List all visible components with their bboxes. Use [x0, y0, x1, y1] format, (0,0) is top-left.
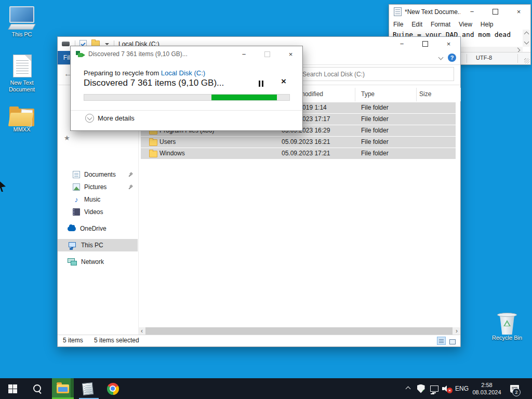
documents-icon — [73, 171, 80, 178]
menu-help[interactable]: Help — [476, 21, 498, 28]
column-header-type[interactable]: Type — [361, 88, 375, 100]
pin-icon — [128, 185, 132, 190]
search-box[interactable] — [298, 67, 454, 81]
volume-muted-icon: × — [442, 384, 451, 393]
taskbar-search-button[interactable] — [27, 378, 48, 399]
source-location-link[interactable]: Local Disk (C:) — [161, 69, 205, 77]
details-view-button[interactable] — [437, 337, 446, 345]
more-details-link[interactable]: More details — [98, 114, 135, 122]
desktop-icon-new-text-document[interactable]: New Text Document — [2, 55, 42, 93]
desktop-icon-recycle-bin[interactable]: Recycle Bin — [487, 312, 527, 341]
file-explorer-icon — [57, 384, 69, 393]
help-icon[interactable]: ? — [448, 54, 456, 62]
tray-network-button[interactable] — [428, 378, 441, 399]
file-type: File folder — [361, 148, 389, 159]
menu-file[interactable]: File — [389, 21, 407, 28]
chevron-up-icon — [405, 386, 410, 391]
table-row[interactable]: Users 05.09.2023 16:21 File folder — [141, 137, 456, 148]
desktop-icon-this-pc[interactable]: This PC — [2, 6, 42, 38]
network-icon — [68, 258, 75, 263]
maximize-button[interactable] — [414, 37, 437, 51]
scrollbar-thumb[interactable] — [145, 327, 453, 335]
desktop-icon-label: New Text Document — [2, 79, 42, 93]
tray-date: 08.03.2024 — [472, 389, 501, 396]
items-count: 5 items — [63, 335, 83, 346]
desktop-icon-mmxx[interactable]: MMXX — [2, 107, 42, 133]
pictures-icon — [73, 183, 80, 191]
start-button[interactable] — [2, 378, 23, 399]
tray-security-button[interactable] — [415, 378, 427, 399]
notification-badge: 2 — [512, 388, 521, 396]
search-input[interactable] — [298, 68, 454, 81]
cancel-icon[interactable]: × — [281, 76, 286, 87]
language-indicator[interactable]: ENG — [453, 378, 471, 399]
desktop: This PC New Text Document MMXX Recycle B… — [0, 0, 532, 399]
windows-logo-icon — [8, 384, 17, 393]
close-button[interactable]: × — [279, 46, 302, 62]
thumbnails-view-button[interactable] — [447, 337, 456, 345]
file-name: Users — [159, 137, 176, 148]
taskbar-notepad-button[interactable] — [77, 378, 99, 399]
table-row[interactable]: Windows 05.09.2023 17:21 File folder — [141, 148, 456, 159]
quick-access-toolbar-dropdown-icon[interactable] — [105, 43, 109, 45]
column-separator[interactable] — [355, 88, 355, 101]
taskbar: × ENG 2:58 08.03.2024 2 — [0, 378, 532, 399]
tray-volume-button[interactable]: × — [441, 378, 453, 399]
notepad-title-bar[interactable]: *New Text Docume... − × — [389, 5, 530, 19]
minimize-button[interactable]: − — [460, 5, 484, 19]
scroll-up-icon[interactable] — [524, 32, 529, 37]
column-separator[interactable] — [416, 88, 417, 101]
scroll-right-icon[interactable]: › — [453, 327, 460, 335]
maximize-button[interactable] — [484, 5, 507, 19]
sidebar-item-pictures[interactable]: Pictures — [58, 181, 138, 193]
sidebar-item-onedrive[interactable]: OneDrive — [58, 222, 138, 235]
scroll-left-icon[interactable]: ‹ — [138, 327, 145, 335]
file-type: File folder — [361, 125, 389, 136]
action-center-button[interactable]: 2 — [505, 378, 524, 399]
minimize-button[interactable]: − — [390, 37, 414, 51]
taskbar-clock[interactable]: 2:58 08.03.2024 — [471, 378, 503, 399]
drive-icon — [62, 42, 70, 46]
star-icon: ★ — [64, 135, 71, 142]
file-date: 05.09.2023 17:21 — [282, 148, 330, 159]
horizontal-scrollbar[interactable]: ‹ › — [138, 327, 460, 335]
column-header-size[interactable]: Size — [419, 88, 431, 100]
close-button[interactable]: × — [437, 37, 460, 51]
column-separator[interactable] — [460, 88, 461, 101]
sidebar-item-quick-access[interactable]: ★ — [58, 132, 138, 145]
dialog-title: Discovered 7 361 items (9,10 GB)... — [88, 50, 232, 58]
close-button[interactable]: × — [507, 5, 530, 19]
pause-button[interactable] — [258, 81, 265, 87]
menu-view[interactable]: View — [455, 21, 476, 28]
file-name: Windows — [159, 148, 185, 159]
file-date: 05.09.2023 16:21 — [282, 137, 330, 148]
tray-overflow-button[interactable] — [402, 378, 414, 399]
more-details-chevron-icon[interactable] — [85, 114, 94, 123]
menu-edit[interactable]: Edit — [407, 21, 427, 28]
desktop-icon-label: Recycle Bin — [487, 335, 527, 341]
collapse-ribbon-icon[interactable] — [438, 55, 444, 60]
sidebar-item-music[interactable]: ♪ Music — [58, 193, 138, 206]
videos-icon — [73, 208, 80, 216]
folder-icon — [9, 107, 34, 126]
resize-grip[interactable] — [524, 58, 529, 63]
scroll-down-icon[interactable] — [524, 39, 529, 45]
sidebar-item-videos[interactable]: Videos — [58, 206, 138, 218]
dialog-title-bar[interactable]: Discovered 7 361 items (9,10 GB)... − × — [71, 46, 302, 62]
network-icon — [430, 385, 438, 392]
sidebar-item-documents[interactable]: Documents — [58, 168, 138, 181]
sidebar-item-network[interactable]: Network — [58, 256, 138, 268]
taskbar-file-explorer-button[interactable] — [52, 378, 74, 399]
taskbar-chrome-button[interactable] — [102, 378, 124, 399]
menu-format[interactable]: Format — [427, 21, 455, 28]
pin-icon — [128, 172, 132, 177]
minimize-button[interactable]: − — [232, 46, 256, 62]
progress-fill — [211, 95, 277, 100]
shield-icon — [417, 384, 425, 393]
sidebar-item-this-pc[interactable]: This PC — [58, 239, 138, 251]
text-document-icon — [13, 55, 31, 77]
desktop-icon-label: This PC — [2, 31, 42, 38]
this-pc-icon — [9, 6, 35, 29]
file-type: File folder — [361, 114, 389, 125]
notepad-vertical-scrollbar[interactable] — [523, 30, 530, 47]
